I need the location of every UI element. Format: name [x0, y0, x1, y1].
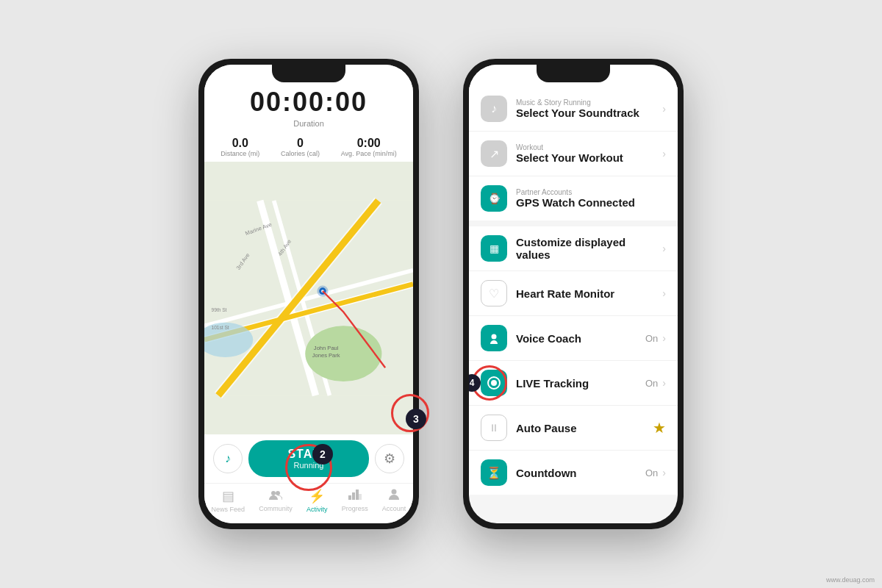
customize-title: Customize displayed values	[516, 236, 662, 261]
badge-number-3: 3	[406, 409, 426, 429]
stat-calories-value: 0	[281, 137, 320, 150]
svg-point-32	[491, 380, 497, 386]
settings-item-partner[interactable]: ⌚ Partner Accounts GPS Watch Connected	[469, 176, 678, 220]
workout-icon: ↗	[490, 147, 499, 161]
community-icon	[269, 488, 282, 503]
live-tracking-text: LIVE Tracking	[516, 377, 645, 390]
countdown-value: On	[645, 467, 658, 478]
countdown-icon-wrap: ⏳	[481, 459, 507, 486]
stat-pace-value: 0:00	[341, 137, 397, 150]
svg-rect-25	[348, 495, 351, 500]
music-title: Select Your Soundtrack	[516, 107, 662, 119]
music-icon-wrap: ♪	[481, 96, 507, 122]
live-tracking-value: On	[645, 378, 658, 389]
nav-activity-label: Activity	[306, 506, 328, 513]
svg-point-29	[392, 490, 397, 495]
svg-text:Jones Park: Jones Park	[312, 352, 340, 359]
auto-pause-icon-wrap: ⏸	[481, 415, 507, 441]
nav-activity[interactable]: ⚡ Activity	[306, 488, 328, 513]
music-chevron: ›	[662, 103, 666, 115]
settings-item-music[interactable]: ♪ Music & Story Running Select Your Soun…	[469, 87, 678, 132]
nav-community[interactable]: Community	[259, 488, 293, 513]
auto-pause-text: Auto Pause	[516, 422, 653, 434]
countdown-text: Countdown	[516, 467, 645, 479]
activity-icon: ⚡	[309, 488, 325, 504]
workout-chevron: ›	[662, 148, 666, 159]
partner-category: Partner Accounts	[516, 188, 666, 196]
start-label: START	[256, 448, 362, 461]
music-icon: ♪	[491, 102, 497, 115]
voice-coach-icon	[487, 331, 501, 345]
map-area[interactable]: John Paul Jones Park 3rd Ave 4th Ave Mar…	[204, 162, 413, 434]
workout-icon-wrap: ↗	[481, 140, 507, 167]
phone2-screen: ♪ Music & Story Running Select Your Soun…	[469, 65, 678, 523]
settings-item-heart-rate[interactable]: ♡ Heart Rate Monitor ›	[469, 271, 678, 316]
settings-item-auto-pause[interactable]: ⏸ Auto Pause ★	[469, 406, 678, 451]
settings-item-countdown[interactable]: ⏳ Countdown On ›	[469, 451, 678, 495]
nav-progress-label: Progress	[342, 505, 368, 512]
live-tracking-icon-wrap	[481, 370, 507, 396]
voice-coach-chevron: ›	[662, 332, 666, 344]
heart-rate-chevron: ›	[662, 287, 666, 299]
auto-pause-icon: ⏸	[489, 422, 499, 434]
auto-pause-title: Auto Pause	[516, 422, 653, 434]
music-category: Music & Story Running	[516, 98, 662, 107]
settings-main-section: ▦ Customize displayed values › ♡ Heart R…	[469, 226, 678, 495]
svg-rect-28	[359, 494, 362, 500]
progress-icon	[348, 488, 362, 503]
partner-text: Partner Accounts GPS Watch Connected	[516, 188, 666, 209]
nav-progress[interactable]: Progress	[342, 488, 368, 513]
settings-item-voice-coach[interactable]: Voice Coach On ›	[469, 316, 678, 361]
music-button[interactable]: ♪	[213, 444, 243, 473]
svg-text:101st St: 101st St	[211, 325, 229, 330]
customize-text: Customize displayed values	[516, 236, 662, 261]
premium-icon: ★	[653, 419, 666, 437]
stat-calories: 0 Calories (cal)	[281, 137, 320, 157]
stat-calories-label: Calories (cal)	[281, 150, 320, 157]
partner-icon-wrap: ⌚	[481, 185, 507, 212]
running-label: Running	[256, 461, 362, 470]
customize-chevron: ›	[662, 243, 666, 254]
badge-number-4: 4	[469, 374, 481, 392]
nav-account-label: Account	[382, 505, 406, 512]
stat-pace: 0:00 Avg. Pace (min/mi)	[341, 137, 397, 157]
timer-display: 00:00:00	[210, 87, 407, 118]
voice-coach-icon-wrap	[481, 325, 507, 351]
countdown-chevron: ›	[662, 467, 666, 478]
nav-news-feed[interactable]: ▤ News Feed	[212, 488, 245, 513]
account-icon	[388, 488, 400, 503]
badge-number-2: 2	[312, 444, 333, 465]
settings-item-workout[interactable]: ↗ Workout Select Your Workout ›	[469, 132, 678, 176]
customize-icon-wrap: ▦	[481, 235, 507, 262]
partner-title: GPS Watch Connected	[516, 196, 666, 209]
stat-distance: 0.0 Distance (mi)	[220, 137, 259, 157]
settings-item-live-tracking[interactable]: 4 LIVE Tracking On ›	[469, 361, 678, 406]
phone-2: ♪ Music & Story Running Select Your Soun…	[463, 59, 684, 529]
notch	[272, 65, 345, 82]
svg-rect-26	[352, 492, 355, 500]
heart-rate-icon: ♡	[489, 287, 499, 301]
nav-community-label: Community	[259, 505, 293, 512]
settings-top-section: ♪ Music & Story Running Select Your Soun…	[469, 87, 678, 220]
heart-rate-text: Heart Rate Monitor	[516, 287, 662, 300]
voice-coach-title: Voice Coach	[516, 332, 645, 345]
voice-coach-text: Voice Coach	[516, 332, 645, 345]
partner-icon: ⌚	[488, 193, 501, 204]
live-tracking-icon	[487, 376, 501, 390]
stat-distance-value: 0.0	[220, 137, 259, 150]
phone-1: 00:00:00 Duration 0.0 Distance (mi) 0 Ca…	[198, 59, 419, 529]
settings-item-customize[interactable]: ▦ Customize displayed values ›	[469, 226, 678, 271]
music-text: Music & Story Running Select Your Soundt…	[516, 98, 662, 119]
countdown-title: Countdown	[516, 467, 645, 479]
nav-account[interactable]: Account	[382, 488, 406, 513]
voice-coach-value: On	[645, 333, 658, 344]
svg-point-30	[492, 334, 497, 340]
start-button[interactable]: START Running	[248, 440, 369, 477]
phone1-screen: 00:00:00 Duration 0.0 Distance (mi) 0 Ca…	[204, 65, 413, 523]
notch-2	[537, 65, 610, 82]
settings-button[interactable]: ⚙	[375, 444, 404, 473]
svg-text:99th St: 99th St	[211, 307, 226, 312]
live-tracking-title: LIVE Tracking	[516, 377, 645, 390]
workout-title: Select Your Workout	[516, 151, 662, 164]
watermark: www.deuag.com	[826, 576, 875, 584]
